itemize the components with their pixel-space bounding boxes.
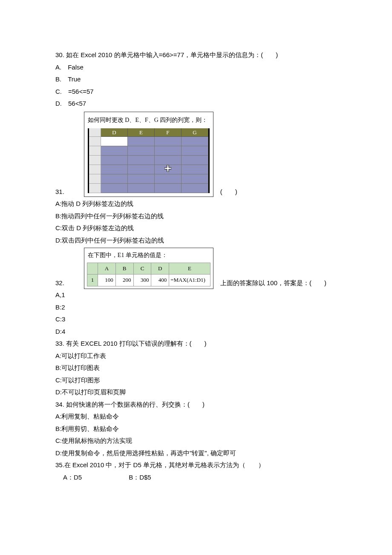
- q34-option-b: B:利用剪切、粘贴命令: [55, 423, 337, 435]
- col-d: D: [151, 263, 169, 275]
- q32-option-b: B:2: [55, 301, 337, 314]
- q31-number: 31.: [55, 186, 64, 198]
- q31-option-b: B:拖动四列中任何一列列标签右边的线: [55, 210, 337, 223]
- q30-option-c: C. =56<=57: [55, 86, 337, 98]
- q32-row: 32. 在下图中，E1 单元格的值是： A B C D E 1 100 200 …: [55, 246, 337, 289]
- q35-option-b: B：D$5: [129, 474, 151, 481]
- data-cell: [128, 137, 155, 146]
- q31-row: 31. 如何同时更改 D、E、F、G 四列的列宽，则： D E F G: [55, 110, 337, 198]
- cell-a1: 100: [98, 275, 115, 286]
- data-cell: [155, 137, 182, 146]
- col-a: A: [98, 263, 115, 275]
- col-header-d: D: [101, 128, 128, 137]
- col-header-f: F: [155, 128, 182, 137]
- row-header: [89, 137, 101, 146]
- col-header-g: G: [182, 128, 208, 137]
- q31-bracket: ( ): [220, 186, 237, 198]
- q32-option-d: D:4: [55, 326, 337, 338]
- spreadsheet-selection: D E F G: [88, 128, 210, 193]
- q35-option-a: A：D5: [63, 471, 127, 484]
- q33-option-b: B:可以打印图表: [55, 362, 337, 374]
- q33-option-c: C:可以打印图形: [55, 374, 337, 387]
- q32-number: 32.: [55, 277, 64, 289]
- q33-option-a: A:可以打印工作表: [55, 350, 337, 362]
- col-b: B: [115, 263, 133, 275]
- q30-option-b: B. True: [55, 73, 337, 86]
- row-1: 1: [87, 275, 98, 286]
- q31-option-d: D:双击四列中任何一列列标签右边的线: [55, 234, 337, 247]
- cell-e1: =MAX(A1:D1): [169, 275, 210, 286]
- q32-option-a: A,1: [55, 289, 337, 301]
- figure2-caption: 在下图中，E1 单元格的值是：: [87, 250, 210, 261]
- spreadsheet-table: A B C D E 1 100 200 300 400 =MAX(A1:D1): [87, 263, 210, 286]
- q32-option-c: C:3: [55, 313, 337, 326]
- q35-stem: 35.在 Excel 2010 中，对于 D5 单元格，其绝对单元格表示方法为（…: [55, 459, 337, 471]
- q31-option-c: C:双击 D 列列标签左边的线: [55, 222, 337, 234]
- q34-stem: 34. 如何快速的将一个数据表格的行、列交换：( ): [55, 399, 337, 411]
- q33-stem: 33. 有关 EXCEL 2010 打印以下错误的理解有：( ): [55, 338, 337, 350]
- q33-option-d: D:不可以打印页眉和页脚: [55, 386, 337, 399]
- cell-b1: 200: [115, 275, 133, 286]
- q34-option-a: A:利用复制、粘贴命令: [55, 410, 337, 423]
- q32-tail: 上面的答案除以 100，答案是：( ): [220, 277, 326, 289]
- q30-option-a: A. False: [55, 61, 337, 74]
- col-header-e: E: [128, 128, 155, 137]
- figure-max-formula: 在下图中，E1 单元格的值是： A B C D E 1 100 200 300 …: [84, 248, 213, 289]
- data-cell: [182, 137, 208, 146]
- data-cell-active: [101, 137, 128, 146]
- q30-stem: 30. 如在 Excel 2010 的单元格中输入=66>=77，单元格中显示的…: [55, 49, 337, 61]
- cell-d1: 400: [151, 275, 169, 286]
- figure1-caption: 如何同时更改 D、E、F、G 四列的列宽，则：: [88, 115, 210, 126]
- q34-option-c: C:使用鼠标拖动的方法实现: [55, 435, 337, 447]
- col-e: E: [169, 263, 210, 275]
- col-c: C: [133, 263, 151, 275]
- figure-column-width: 如何同时更改 D、E、F、G 四列的列宽，则： D E F G: [84, 112, 213, 197]
- table-corner: [87, 263, 98, 275]
- q34-option-d: D:使用复制命令，然后使用选择性粘贴，再选中"转置", 确定即可: [55, 447, 337, 460]
- corner-cell: [89, 128, 101, 137]
- q35-options: A：D5 B：D$5: [55, 471, 337, 484]
- cross-cursor-icon: [164, 165, 171, 172]
- cell-c1: 300: [133, 275, 151, 286]
- q30-option-d: D. 56<57: [55, 98, 337, 110]
- q31-option-a: A:拖动 D 列列标签左边的线: [55, 198, 337, 210]
